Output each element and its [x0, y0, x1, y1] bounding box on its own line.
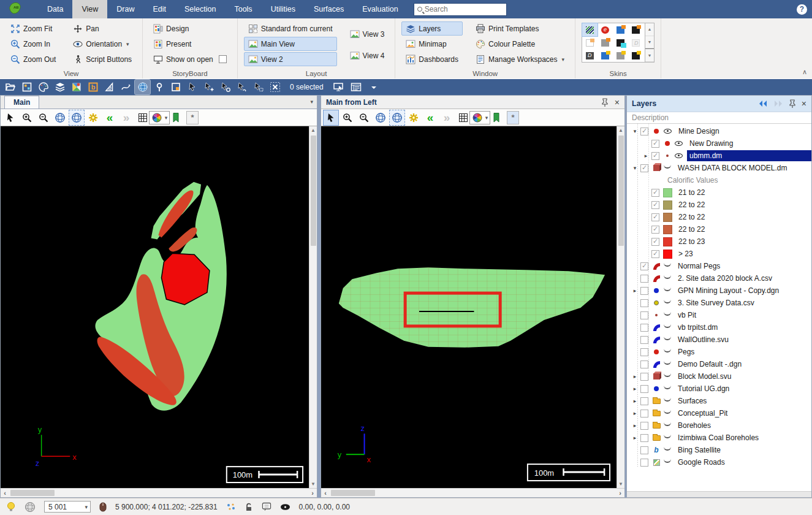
zoom-out-icon[interactable]	[357, 110, 371, 125]
eye-closed-icon[interactable]	[664, 435, 671, 438]
eye-closed-icon[interactable]	[664, 275, 671, 279]
layers-button[interactable]: Layers	[401, 21, 463, 36]
layer-label[interactable]: Normal Pegs	[675, 261, 723, 272]
layer-label[interactable]: Google Roads	[675, 457, 727, 468]
layer-label[interactable]: Bing Satellite	[675, 444, 723, 456]
tab-main[interactable]: Main	[4, 96, 39, 109]
world-sphere-icon[interactable]	[25, 502, 36, 513]
colour-palette-icon[interactable]	[36, 80, 51, 94]
eye-closed-icon[interactable]	[664, 349, 671, 353]
expand-closed-icon[interactable]: ▸	[631, 288, 639, 294]
globe-boxed-icon[interactable]	[390, 110, 404, 125]
layer-visibility-checkbox[interactable]	[640, 336, 648, 344]
select-zoom-icon[interactable]	[218, 80, 233, 94]
vp1-vscrollbar[interactable]: ▲▼	[309, 126, 317, 488]
layer-visibility-checkbox[interactable]	[640, 324, 648, 332]
close-icon[interactable]: ×	[802, 99, 806, 109]
layer-visibility-checkbox[interactable]	[640, 275, 648, 283]
print-templates-button[interactable]: Print Templates	[471, 21, 569, 36]
layer-row[interactable]: 22 to 22	[627, 223, 811, 235]
skin-cube-black-orange[interactable]	[628, 23, 643, 36]
expand-closed-icon[interactable]: ▸	[642, 153, 650, 159]
layer-row[interactable]: Pegs	[627, 346, 811, 358]
grid-size-combo[interactable]: 5 001 ▾	[44, 501, 91, 513]
eye-closed-icon[interactable]	[664, 324, 671, 328]
layer-row[interactable]: Google Roads	[627, 456, 811, 468]
globe-icon[interactable]	[53, 110, 67, 125]
clipboard-icon[interactable]	[168, 80, 183, 94]
eye-open-icon[interactable]	[675, 153, 683, 158]
layer-visibility-checkbox[interactable]	[651, 152, 659, 160]
eye-closed-icon[interactable]	[664, 337, 671, 340]
layer-visibility-checkbox[interactable]	[640, 348, 648, 356]
layer-row[interactable]: 22 to 23	[627, 235, 811, 248]
layer-label[interactable]: Demo Default -.dgn	[675, 359, 744, 370]
eye-closed-icon[interactable]	[664, 165, 671, 169]
eye-closed-icon[interactable]	[664, 410, 671, 414]
storyboard-icon[interactable]	[19, 80, 34, 94]
bookmark-icon[interactable]	[489, 110, 504, 125]
skin-stripes[interactable]	[582, 23, 598, 36]
zoom-in-icon[interactable]	[20, 110, 34, 125]
skin-red-e[interactable]	[598, 23, 613, 36]
layer-row[interactable]: Normal Pegs	[627, 260, 811, 272]
comment-icon[interactable]	[262, 502, 271, 511]
layer-row[interactable]: 21 to 22	[627, 186, 811, 199]
layer-visibility-checkbox[interactable]	[651, 226, 659, 234]
form-editor-icon[interactable]	[349, 80, 364, 94]
layer-label[interactable]: Pegs	[675, 346, 697, 357]
colour-wheel-icon[interactable]: ▾	[152, 110, 167, 125]
standard-from-current-button[interactable]: Standard from current	[244, 21, 337, 36]
layer-visibility-checkbox[interactable]	[640, 373, 648, 381]
view-2-button[interactable]: View 2	[244, 52, 337, 66]
vp1-canvas[interactable]: y x z 100m	[1, 126, 309, 488]
layer-visibility-checkbox[interactable]	[640, 397, 648, 405]
cursor-icon[interactable]	[324, 110, 338, 125]
expand-closed-icon[interactable]: ▸	[631, 398, 639, 404]
expand-closed-icon[interactable]: ▸	[631, 373, 639, 380]
colour-palette-button[interactable]: Colour Palette	[471, 37, 569, 51]
eye-closed-icon[interactable]	[664, 361, 671, 365]
layer-visibility-checkbox[interactable]	[640, 287, 648, 295]
history-back-icon[interactable]: «	[423, 110, 438, 125]
layer-label[interactable]: vb trpitst.dm	[675, 322, 720, 333]
layer-row[interactable]: ▸ubmm.dm	[627, 150, 811, 162]
scroll-up-icon[interactable]: ▲	[645, 23, 654, 36]
show-on-open-checkbox[interactable]	[219, 55, 227, 63]
layer-visibility-checkbox[interactable]	[651, 238, 659, 246]
layer-label[interactable]: Block Model.svu	[675, 371, 734, 382]
eye-closed-icon[interactable]	[664, 422, 671, 426]
layer-label[interactable]: 22 to 22	[676, 224, 707, 235]
select-lasso-icon[interactable]	[234, 80, 249, 94]
layer-row[interactable]: vb Pit	[627, 309, 811, 321]
skin-d-light[interactable]	[628, 36, 643, 49]
skin-cube-gray-yellow[interactable]	[613, 49, 628, 62]
ribbon-collapse-icon[interactable]: ∧	[802, 68, 807, 76]
vp1-hscrollbar[interactable]: ‹ ›	[1, 488, 317, 497]
manage-workspaces-button[interactable]: Manage Workspaces▾	[471, 52, 569, 66]
eye-closed-icon[interactable]	[664, 459, 671, 463]
vp2-hscrollbar[interactable]: ‹ ›	[321, 488, 624, 497]
colour-wheel-icon[interactable]: ▾	[472, 110, 487, 125]
layer-row[interactable]: ▸Boreholes	[627, 419, 811, 432]
asterisk-icon[interactable]: *	[185, 110, 200, 125]
layer-visibility-checkbox[interactable]	[640, 311, 648, 319]
eye-open-icon[interactable]	[664, 129, 672, 134]
layer-row[interactable]: > 23	[627, 248, 811, 260]
eye-closed-icon[interactable]	[664, 447, 671, 451]
location-pin-icon[interactable]	[151, 80, 167, 94]
layer-row[interactable]: New Drawing	[627, 137, 811, 150]
layer-visibility-checkbox[interactable]	[640, 164, 648, 172]
layers-icon[interactable]	[52, 80, 67, 94]
layer-visibility-checkbox[interactable]	[640, 459, 648, 467]
layer-row[interactable]: ▾WASH DATA BLOCK MODEL.dm	[627, 162, 811, 174]
expand-closed-icon[interactable]: ▸	[631, 422, 639, 429]
skin-cube-blue-yellow[interactable]	[598, 49, 613, 62]
skin-d-dark[interactable]	[582, 49, 598, 62]
zoom-in-icon[interactable]	[340, 110, 355, 125]
pin-icon[interactable]	[601, 98, 609, 107]
grid-icon[interactable]	[135, 110, 150, 125]
layer-row[interactable]: WallOutline.svu	[627, 334, 811, 346]
layer-label[interactable]: WallOutline.svu	[675, 334, 731, 345]
layer-visibility-checkbox[interactable]	[651, 250, 659, 258]
